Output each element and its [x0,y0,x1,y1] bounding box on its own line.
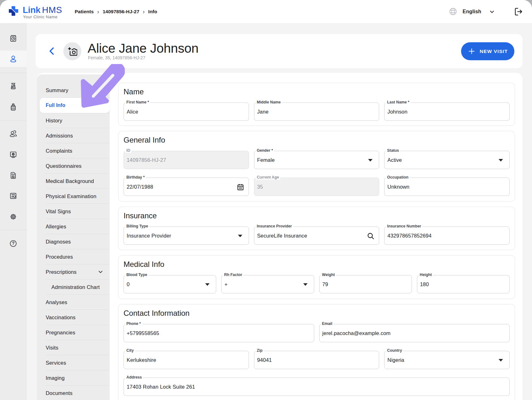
svg-text:?: ? [12,241,15,246]
